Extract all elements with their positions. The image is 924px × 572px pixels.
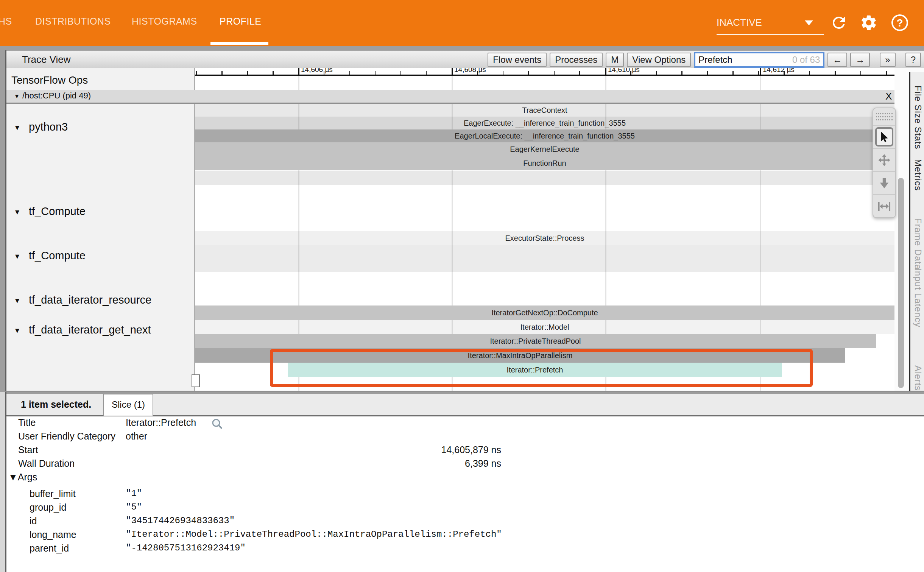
zoom-tool-button[interactable] [873, 171, 895, 194]
find-next-button[interactable]: → [850, 53, 870, 67]
arg-key-long-name: long_name [30, 529, 76, 540]
arg-value-group-id: "5" [126, 502, 142, 512]
track-group-label: python3 [29, 121, 68, 133]
select-tool-button[interactable] [873, 125, 895, 148]
slice-function-run[interactable]: FunctionRun [195, 156, 894, 170]
track-group-label: tf_Compute [29, 249, 86, 262]
arg-key-id: id [30, 516, 37, 527]
detail-label-wall-duration: Wall Duration [18, 458, 75, 469]
search-value: Prefetch [698, 55, 792, 65]
close-process-button[interactable]: X [885, 90, 892, 102]
help-icon[interactable]: ? [891, 14, 910, 33]
trace-help-button[interactable]: ? [905, 53, 921, 67]
search-result-count: 0 of 63 [792, 55, 820, 65]
process-header-host-cpu[interactable]: ▾/host:CPU (pid 49) X [5, 90, 894, 104]
gear-icon[interactable] [860, 14, 878, 32]
selection-highlight-box [270, 349, 813, 387]
trace-view-title: Trace View [22, 51, 71, 68]
slice-iterator-private-thread-pool[interactable]: Iterator::PrivateThreadPool [195, 334, 876, 348]
tensorboard-profile-page: HS DISTRIBUTIONS HISTOGRAMS PROFILE INAC… [0, 0, 924, 572]
magnifier-icon[interactable] [210, 417, 224, 431]
track-group-label: tf_data_iterator_resource [29, 294, 151, 306]
collapse-caret-icon: ▾ [15, 123, 19, 132]
slice-eager-kernel-execute[interactable]: EagerKernelExecute [195, 142, 894, 156]
chevron-down-icon [805, 20, 813, 25]
palette-drag-handle[interactable] [873, 108, 895, 125]
run-status-label: INACTIVE [717, 17, 762, 28]
track-group-tf-compute-1[interactable]: ▾ tf_Compute [5, 205, 194, 220]
find-previous-button[interactable]: ← [827, 53, 847, 67]
sidebar-tab-frame-data: Frame Data [913, 218, 923, 270]
track-group-label: tf_Compute [29, 205, 86, 218]
collapse-toolbar-button[interactable]: » [880, 53, 895, 67]
details-left-border [5, 392, 6, 572]
arg-value-parent-id: "-1428057513162923419" [126, 543, 246, 553]
arg-key-group-id: group_id [30, 502, 66, 513]
track-group-label: tf_data_iterator_get_next [29, 324, 151, 336]
help-question-glyph: ? [891, 14, 908, 31]
analysis-sidebar: File Size Stats Metrics Frame Data Input… [909, 72, 924, 391]
processes-button[interactable]: Processes [550, 53, 603, 67]
trace-view-window: Trace View Flow events Processes M View … [5, 50, 924, 392]
sidebar-tab-metrics[interactable]: Metrics [913, 159, 923, 191]
down-arrow-icon [877, 176, 891, 190]
args-toggle[interactable]: ▼Args [8, 472, 37, 483]
tab-slice[interactable]: Slice (1) [103, 394, 153, 416]
collapse-caret-icon: ▾ [15, 326, 19, 335]
detail-value-wall-duration: 6,399 ns [126, 458, 501, 469]
metrics-m-button[interactable]: M [606, 53, 624, 67]
details-tabbar: 1 item selected. Slice (1) [5, 394, 924, 415]
slice-eager-execute[interactable]: EagerExecute: __inference_train_function… [195, 117, 894, 129]
nav-tab-profile[interactable]: PROFILE [220, 0, 261, 43]
vertical-scrollbar[interactable] [898, 178, 904, 388]
slice-trace-context[interactable]: TraceContext [195, 104, 894, 117]
run-status-dropdown[interactable]: INACTIVE [717, 11, 824, 35]
slice-empty-row[interactable] [195, 171, 894, 185]
flow-events-button[interactable]: Flow events [488, 53, 547, 67]
collapse-caret-icon: ▾ [15, 296, 19, 305]
cursor-arrow-icon [875, 127, 893, 147]
timing-tool-button[interactable] [873, 194, 895, 217]
search-input[interactable]: Prefetch 0 of 63 [694, 52, 824, 68]
horizontal-measure-icon [877, 199, 891, 213]
collapse-caret-icon: ▾ [15, 207, 19, 217]
tensorflow-ops-header: TensorFlow Ops [11, 74, 88, 86]
tensorboard-navbar: HS DISTRIBUTIONS HISTOGRAMS PROFILE INAC… [0, 0, 924, 46]
slice-executor-state-process[interactable]: ExecutorState::Process [195, 231, 894, 245]
page-gutter-left [0, 46, 5, 392]
slice-eager-kernel-block[interactable]: EagerKernelExecute FunctionRun [195, 142, 894, 170]
trace-canvas[interactable]: TraceContext EagerExecute: __inference_t… [195, 76, 894, 391]
refresh-icon[interactable] [830, 14, 848, 32]
track-group-tf-data-iterator-resource[interactable]: ▾ tf_data_iterator_resource [5, 294, 194, 309]
slice-details-panel: 1 item selected. Slice (1) Title Iterato… [5, 392, 924, 572]
arg-value-long-name: "Iterator::Model::PrivateThreadPool::Max… [126, 529, 502, 539]
nav-tab-graphs-clipped[interactable]: HS [0, 0, 12, 43]
nav-tab-distributions[interactable]: DISTRIBUTIONS [35, 0, 111, 43]
pan-tool-button[interactable] [873, 148, 895, 171]
nav-tab-histograms[interactable]: HISTOGRAMS [132, 0, 197, 43]
slice-executor-state-sub[interactable] [195, 245, 894, 272]
collapse-caret-icon: ▾ [15, 251, 19, 261]
trace-tool-palette [873, 108, 896, 218]
track-group-tf-data-iterator-get-next[interactable]: ▾ tf_data_iterator_get_next [5, 324, 194, 339]
view-options-button[interactable]: View Options [627, 53, 691, 67]
detail-label-title: Title [18, 417, 36, 428]
arg-key-buffer-limit: buffer_limit [30, 488, 76, 499]
horizontal-scrollbar-stub[interactable] [192, 374, 200, 387]
trace-toolbar: Flow events Processes M View Options Pre… [488, 52, 921, 67]
arg-value-id: "345174426934833633" [126, 516, 235, 526]
trace-view-titlebar: Trace View Flow events Processes M View … [5, 50, 924, 68]
process-header-label: ▾/host:CPU (pid 49) [15, 91, 91, 101]
track-label-panel: TensorFlow Ops ▾ python3 ▾ tf_Compute ▾ … [5, 68, 195, 391]
sidebar-tab-file-size-stats[interactable]: File Size Stats [913, 86, 923, 149]
window-left-border [5, 50, 6, 391]
detail-label-category: User Friendly Category [18, 431, 115, 442]
slice-iterator-model[interactable]: Iterator::Model [195, 320, 894, 334]
slice-eager-local-execute[interactable]: EagerLocalExecute: __inference_train_fun… [195, 129, 894, 142]
detail-value-start: 14,605,879 ns [126, 444, 501, 455]
selection-status: 1 item selected. [21, 394, 91, 415]
track-group-python3[interactable]: ▾ python3 [5, 121, 194, 136]
triangle-down-icon: ▼ [8, 472, 18, 482]
track-group-tf-compute-2[interactable]: ▾ tf_Compute [5, 249, 194, 265]
slice-iterator-get-next-do-compute[interactable]: IteratorGetNextOp::DoCompute [195, 305, 894, 320]
